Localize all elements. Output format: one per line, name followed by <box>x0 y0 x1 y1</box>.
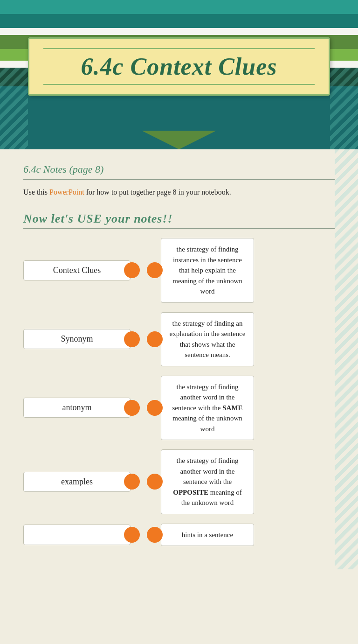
definition-partial: hints in a sentence <box>161 524 254 546</box>
left-col-2: Synonym <box>23 329 145 349</box>
matching-row-2: Synonym the strategy of finding an expla… <box>23 312 335 366</box>
dot-left-2[interactable] <box>124 331 140 347</box>
dot-right-5[interactable] <box>147 527 163 543</box>
dot-right-4[interactable] <box>147 474 163 490</box>
matching-row-1: Context Clues the strategy of finding in… <box>23 238 335 303</box>
definition-antonym: the strategy of finding another word in … <box>161 376 254 441</box>
term-examples[interactable]: examples <box>23 472 131 492</box>
matching-row-4: examples the strategy of finding another… <box>23 449 335 514</box>
definition-context-clues: the strategy of finding instances in the… <box>161 238 254 303</box>
right-col-4: the strategy of finding another word in … <box>149 449 335 514</box>
dot-left-4[interactable] <box>124 474 140 490</box>
intro-before-link: Use this <box>23 188 49 196</box>
dot-left-1[interactable] <box>124 262 140 278</box>
intro-paragraph: Use this PowerPoint for how to put toget… <box>23 187 335 198</box>
intro-after-link: for how to put together page 8 in your n… <box>84 188 231 196</box>
header-section: 6.4c Context Clues <box>0 0 358 149</box>
term-antonym[interactable]: antonym <box>23 398 131 418</box>
right-col-3: the strategy of finding another word in … <box>149 376 335 441</box>
right-col-5: hints in a sentence <box>149 524 335 546</box>
chevron-right-decoration <box>330 68 358 149</box>
dot-left-3[interactable] <box>124 400 140 416</box>
left-col-3: antonym <box>23 398 145 418</box>
section-title: 6.4c Notes (page 8) <box>23 163 335 175</box>
term-partial[interactable] <box>23 525 131 545</box>
definition-examples: the strategy of finding another word in … <box>161 449 254 514</box>
right-col-1: the strategy of finding instances in the… <box>149 238 335 303</box>
page-title: 6.4c Context Clues <box>43 53 315 80</box>
definition-synonym: the strategy of finding an explanation i… <box>161 312 254 366</box>
term-synonym[interactable]: Synonym <box>23 329 131 349</box>
term-context-clues[interactable]: Context Clues <box>23 260 131 280</box>
stripe-3 <box>0 28 358 35</box>
powerpoint-link[interactable]: PowerPoint <box>49 188 84 196</box>
matching-row-5-partial: hints in a sentence <box>23 524 335 546</box>
dot-right-2[interactable] <box>147 331 163 347</box>
left-col-5 <box>23 525 145 545</box>
dot-left-5[interactable] <box>124 527 140 543</box>
section-divider <box>23 179 335 180</box>
matching-row-3: antonym the strategy of finding another … <box>23 376 335 441</box>
title-box: 6.4c Context Clues <box>28 37 330 96</box>
left-col-1: Context Clues <box>23 260 145 280</box>
use-notes-heading: Now let's USE your notes!! <box>23 212 335 229</box>
chevron-left-decoration <box>0 68 28 149</box>
header-fold-decoration <box>142 131 216 149</box>
matching-exercise: Context Clues the strategy of finding in… <box>23 238 335 555</box>
main-content: 6.4c Notes (page 8) Use this PowerPoint … <box>0 149 358 569</box>
right-col-2: the strategy of finding an explanation i… <box>149 312 335 366</box>
dot-right-3[interactable] <box>147 400 163 416</box>
dot-right-1[interactable] <box>147 262 163 278</box>
left-col-4: examples <box>23 472 145 492</box>
